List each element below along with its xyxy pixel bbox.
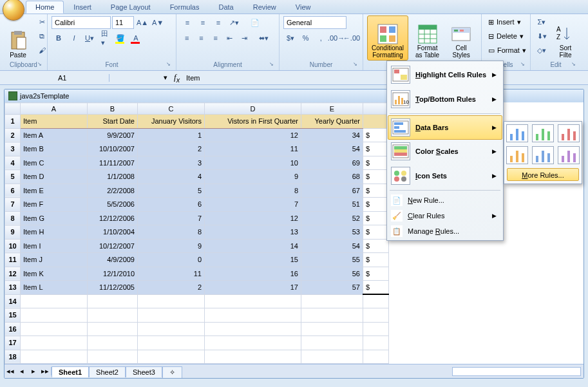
- row-7[interactable]: 7Item F5/5/20066751$: [5, 198, 389, 212]
- align-left-button[interactable]: ≡: [180, 32, 193, 44]
- tab-formulas[interactable]: Formulas: [160, 1, 209, 13]
- cell[interactable]: 1: [138, 128, 205, 142]
- cell[interactable]: [301, 294, 363, 308]
- cell[interactable]: 9/9/2007: [88, 128, 138, 142]
- cell[interactable]: 12/1/2010: [88, 267, 138, 281]
- select-all-corner[interactable]: [5, 103, 21, 115]
- cell[interactable]: Item D: [21, 170, 88, 184]
- sheet-nav-prev[interactable]: ◂: [16, 367, 28, 375]
- cell[interactable]: [138, 322, 205, 336]
- cell[interactable]: Start Date: [88, 115, 138, 129]
- cell[interactable]: 4/9/2009: [88, 253, 138, 267]
- row-6[interactable]: 6Item E2/2/20085867$: [5, 184, 389, 198]
- comma-button[interactable]: ,: [314, 32, 328, 44]
- tab-insert[interactable]: Insert: [64, 1, 101, 13]
- insert-cells-button[interactable]: ⊞ Insert ▾: [486, 15, 526, 28]
- menu-highlight-cells[interactable]: Highlight Cells Rules ▶: [388, 62, 502, 87]
- increase-decimal-button[interactable]: .00→: [329, 32, 343, 44]
- row-10[interactable]: 10Item I10/12/200791454$: [5, 239, 389, 253]
- row-15[interactable]: 15: [5, 308, 389, 323]
- cell[interactable]: [138, 350, 205, 364]
- row-header-3[interactable]: 3: [5, 142, 21, 156]
- col-header-B[interactable]: B: [88, 103, 138, 115]
- data-bar-swatch-5[interactable]: [532, 146, 554, 164]
- increase-font-button[interactable]: A▲: [135, 16, 149, 29]
- format-cells-button[interactable]: ▭ Format ▾: [486, 44, 526, 57]
- tab-home[interactable]: Home: [26, 1, 64, 14]
- row-header-2[interactable]: 2: [5, 128, 21, 142]
- cell[interactable]: Item K: [21, 267, 88, 281]
- row-8[interactable]: 8Item G12/12/200671252$: [5, 211, 389, 225]
- cell[interactable]: Item A: [21, 128, 88, 142]
- cell[interactable]: [138, 294, 205, 308]
- row-header-4[interactable]: 4: [5, 156, 21, 170]
- number-format-combo[interactable]: [283, 16, 346, 29]
- row-header-9[interactable]: 9: [5, 225, 21, 240]
- tab-view[interactable]: View: [286, 1, 321, 13]
- row-header-12[interactable]: 12: [5, 267, 21, 281]
- decrease-indent-button[interactable]: ⇤: [223, 32, 236, 44]
- cell[interactable]: 4: [138, 170, 205, 184]
- cell[interactable]: 53: [301, 225, 363, 240]
- paste-button[interactable]: Paste: [4, 15, 32, 61]
- row-header-18[interactable]: 18: [5, 350, 21, 364]
- autosum-button[interactable]: Σ▾: [535, 15, 549, 28]
- cell[interactable]: 1/10/2004: [88, 225, 138, 240]
- row-18[interactable]: 18: [5, 350, 389, 364]
- increase-indent-button[interactable]: ⇥: [238, 32, 251, 44]
- fill-color-button[interactable]: 🪣: [113, 32, 128, 44]
- cell[interactable]: 2: [138, 142, 205, 156]
- col-header-E[interactable]: E: [301, 103, 363, 115]
- cell[interactable]: 9: [138, 239, 205, 253]
- cell[interactable]: [21, 322, 88, 336]
- percent-button[interactable]: %: [299, 32, 313, 44]
- conditional-formatting-button[interactable]: Conditional Formatting: [367, 15, 408, 61]
- sheet-tab-1[interactable]: Sheet1: [52, 366, 89, 377]
- font-name-combo[interactable]: [52, 16, 111, 29]
- row-9[interactable]: 9Item H1/10/200481353$: [5, 225, 389, 240]
- delete-cells-button[interactable]: ⊟ Delete ▾: [486, 30, 526, 42]
- cell[interactable]: [205, 308, 301, 323]
- row-header-6[interactable]: 6: [5, 184, 21, 198]
- cell[interactable]: 11: [138, 267, 205, 281]
- cut-button[interactable]: ✂: [35, 15, 49, 28]
- row-header-7[interactable]: 7: [5, 198, 21, 212]
- col-header-D[interactable]: D: [205, 103, 301, 115]
- row-3[interactable]: 3Item B10/10/200721154$: [5, 142, 389, 156]
- cell[interactable]: 67: [301, 184, 363, 198]
- cell[interactable]: 11/11/2007: [88, 156, 138, 170]
- fx-cancel-button[interactable]: ▾: [164, 73, 167, 82]
- cell[interactable]: 11: [205, 142, 301, 156]
- cell[interactable]: Vistors in First Quarter: [205, 115, 301, 129]
- row-17[interactable]: 17: [5, 336, 389, 350]
- row-16[interactable]: 16: [5, 322, 389, 336]
- tab-data[interactable]: Data: [209, 1, 243, 13]
- data-bar-swatch-3[interactable]: [558, 124, 580, 142]
- cell[interactable]: [205, 294, 301, 308]
- cell[interactable]: [301, 322, 363, 336]
- border-button[interactable]: 田▾: [98, 32, 112, 44]
- row-header-1[interactable]: 1: [5, 115, 21, 129]
- more-rules-button[interactable]: More Rules...: [507, 168, 579, 181]
- cell[interactable]: 10: [205, 156, 301, 170]
- cell[interactable]: [21, 308, 88, 323]
- tab-pagelayout[interactable]: Page Layout: [101, 1, 160, 13]
- cell[interactable]: Item: [21, 115, 88, 129]
- row-header-10[interactable]: 10: [5, 239, 21, 253]
- cell[interactable]: 5/5/2006: [88, 198, 138, 212]
- cell[interactable]: 17: [205, 281, 301, 295]
- orientation-button[interactable]: ↗▾: [227, 16, 241, 29]
- cell[interactable]: Item C: [21, 156, 88, 170]
- cell[interactable]: 14: [205, 239, 301, 253]
- cell[interactable]: [301, 350, 363, 364]
- cell[interactable]: 1/1/2008: [88, 170, 138, 184]
- cell[interactable]: January Visitors: [138, 115, 205, 129]
- cell[interactable]: 16: [205, 267, 301, 281]
- tab-review[interactable]: Review: [243, 1, 286, 13]
- fill-button[interactable]: ⬇▾: [535, 30, 549, 42]
- cell[interactable]: 15: [205, 253, 301, 267]
- cell[interactable]: 10/12/2007: [88, 239, 138, 253]
- sheet-tab-new[interactable]: ✧: [162, 366, 182, 378]
- cell[interactable]: 12/12/2006: [88, 211, 138, 225]
- cell[interactable]: [205, 350, 301, 364]
